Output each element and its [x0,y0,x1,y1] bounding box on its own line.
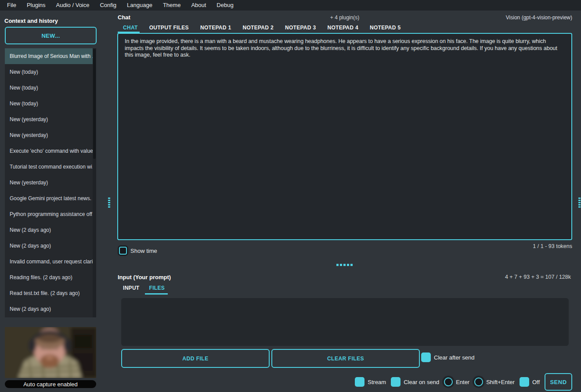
auto-capture-status: Auto capture enabled [5,380,96,388]
context-list-item[interactable]: Reading files. (2 days ago) [5,270,96,285]
menu-about[interactable]: About [186,0,211,11]
tab-notepad-1[interactable]: NOTEPAD 1 [200,25,231,31]
context-list-item[interactable]: New (yesterday) [5,111,96,127]
menu-file[interactable]: File [2,0,22,11]
shift-enter-label: Shift+Enter [486,379,515,385]
webcam-preview-image [5,327,96,378]
input-tabs: INPUT FILES [123,285,165,291]
right-panel-splitter-handle[interactable] [578,198,581,208]
context-list-item[interactable]: New (2 days ago) [5,222,96,238]
clear-on-send-checkbox[interactable] [391,377,401,387]
menu-bar: File Plugins Audio / Voice Config Langua… [0,0,581,11]
context-list: Blurred Image of Serious Man with ... Ne… [5,48,96,317]
context-list-item[interactable]: New (yesterday) [5,175,96,191]
model-info: Vision (gpt-4-vision-preview) [506,14,572,21]
menu-debug[interactable]: Debug [211,0,238,11]
tab-notepad-4[interactable]: NOTEPAD 4 [327,25,358,31]
context-list-item[interactable]: New (2 days ago) [5,301,96,317]
chat-tabs: CHAT OUTPUT FILES NOTEPAD 1 NOTEPAD 2 NO… [123,25,401,31]
context-list-item[interactable]: Blurred Image of Serious Man with ... [5,48,96,64]
tab-notepad-2[interactable]: NOTEPAD 2 [242,25,274,31]
enter-radio[interactable] [444,378,453,386]
plugins-info: + 4 plugin(s) [117,14,572,21]
assistant-message: In the image provided, there is a man wi… [125,38,565,59]
add-file-button[interactable]: ADD FILE [121,349,270,368]
context-list-item[interactable]: Invalid command, user request clari... [5,254,96,270]
new-context-button[interactable]: NEW... [5,27,97,44]
send-options-bar: Stream Clear on send Enter Shift+Enter O… [355,374,572,390]
context-history-header: Context and history [4,18,58,24]
off-label: Off [532,379,540,385]
tab-notepad-3[interactable]: NOTEPAD 3 [285,25,316,31]
tab-chat[interactable]: CHAT [123,25,138,31]
stream-checkbox[interactable] [355,377,364,387]
clear-files-button[interactable]: CLEAR FILES [271,349,420,368]
off-checkbox[interactable] [520,377,529,387]
chat-input-splitter-handle[interactable] [336,264,353,266]
context-list-item[interactable]: New (today) [5,96,96,111]
scrollbar-thumb[interactable] [93,49,96,159]
sidebar-splitter-handle[interactable] [108,198,110,208]
menu-config[interactable]: Config [94,0,122,11]
input-title: Input (Your prompt) [118,274,171,281]
stream-label: Stream [368,379,386,385]
chat-output-panel[interactable]: In the image provided, there is a man wi… [117,33,572,240]
attached-files-list[interactable] [121,298,569,346]
show-time-label: Show time [130,248,157,254]
tab-output-files[interactable]: OUTPUT FILES [149,25,189,31]
context-list-item[interactable]: New (yesterday) [5,127,96,143]
shift-enter-radio[interactable] [474,378,483,386]
clear-after-send-checkbox[interactable] [421,352,431,362]
menu-theme[interactable]: Theme [158,0,186,11]
clear-on-send-label: Clear on send [404,379,439,385]
context-list-item[interactable]: New (2 days ago) [5,238,96,254]
send-button[interactable]: SEND [545,373,572,391]
context-list-scrollbar[interactable] [93,48,96,317]
context-list-item[interactable]: Execute 'echo' command with value ... [5,143,96,159]
active-input-tab-indicator [145,293,168,295]
input-token-counter: 4 + 7 + 93 + 3 = 107 / 128k [505,274,571,280]
clear-after-send-label: Clear after send [434,354,475,361]
tab-files[interactable]: FILES [149,285,165,291]
context-list-item[interactable]: New (today) [5,80,96,96]
show-time-checkbox[interactable] [119,247,127,255]
menu-language[interactable]: Language [122,0,158,11]
context-list-item[interactable]: Tutorial test command execution wi... [5,159,96,175]
menu-plugins[interactable]: Plugins [22,0,51,11]
menu-audio-voice[interactable]: Audio / Voice [51,0,95,11]
tab-notepad-5[interactable]: NOTEPAD 5 [370,25,401,31]
chat-token-counter: 1 / 1 - 93 tokens [533,243,572,249]
tab-input[interactable]: INPUT [123,285,140,291]
context-list-item[interactable]: Python programming assistance off... [5,206,96,222]
context-list-item[interactable]: Read test.txt file. (2 days ago) [5,285,96,301]
enter-label: Enter [456,379,469,385]
context-list-item[interactable]: New (today) [5,64,96,80]
context-list-item[interactable]: Google Gemini project latest news. (... [5,191,96,206]
